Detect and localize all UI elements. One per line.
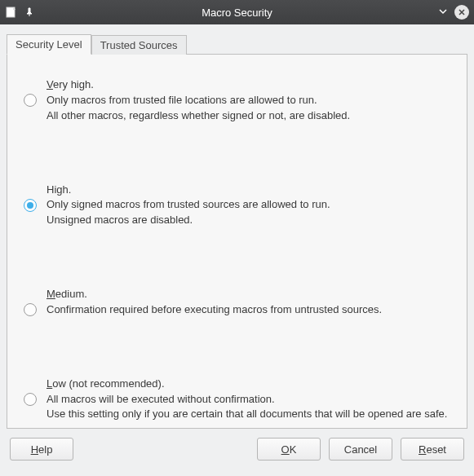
- option-low[interactable]: Low (not recommended). All macros will b…: [24, 377, 450, 423]
- cancel-button[interactable]: Cancel: [329, 438, 392, 461]
- option-very-high[interactable]: Very high. Only macros from trusted file…: [24, 77, 450, 124]
- option-low-label: Low (not recommended). All macros will b…: [47, 377, 447, 423]
- option-high[interactable]: High. Only signed macros from trusted so…: [24, 183, 450, 229]
- minimize-icon[interactable]: [438, 7, 448, 19]
- radio-medium[interactable]: [24, 303, 37, 316]
- app-icon: [5, 6, 18, 19]
- option-medium[interactable]: Medium. Confirmation required before exe…: [24, 287, 450, 318]
- radio-low[interactable]: [24, 393, 37, 406]
- tab-trusted-sources[interactable]: Trusted Sources: [91, 35, 187, 55]
- dialog-content: Security Level Trusted Sources Very high…: [0, 24, 474, 429]
- pin-icon[interactable]: [23, 6, 36, 19]
- tab-panel-security-level: Very high. Only macros from trusted file…: [7, 54, 467, 429]
- titlebar: Macro Security: [0, 0, 474, 24]
- window-title: Macro Security: [0, 7, 474, 19]
- radio-very-high[interactable]: [24, 94, 37, 107]
- tab-security-level[interactable]: Security Level: [7, 34, 91, 55]
- radio-high[interactable]: [24, 199, 37, 212]
- reset-button[interactable]: Reset: [401, 438, 464, 461]
- ok-button[interactable]: OK: [257, 438, 321, 461]
- help-button[interactable]: Help: [10, 438, 73, 461]
- option-high-label: High. Only signed macros from trusted so…: [47, 183, 330, 229]
- tab-bar: Security Level Trusted Sources: [7, 31, 467, 54]
- button-bar: Help OK Cancel Reset: [0, 429, 474, 476]
- option-very-high-label: Very high. Only macros from trusted file…: [47, 77, 350, 124]
- close-button[interactable]: [454, 5, 469, 20]
- option-medium-label: Medium. Confirmation required before exe…: [47, 287, 382, 318]
